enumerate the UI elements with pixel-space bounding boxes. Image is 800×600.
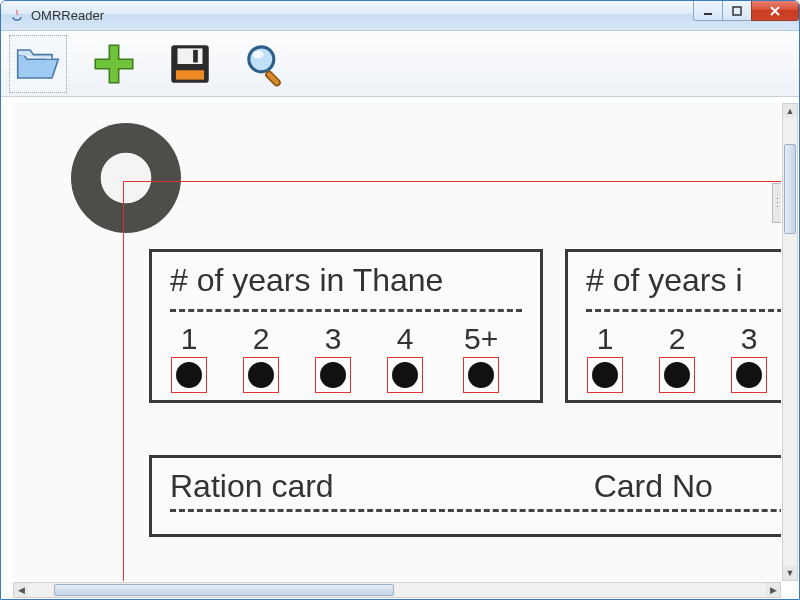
field-years-other: # of years i 1 2 3: [565, 249, 781, 403]
guide-line-vertical: [123, 181, 124, 581]
option-row: 1 2 3: [586, 322, 781, 388]
omr-bubble[interactable]: [664, 362, 690, 388]
close-button[interactable]: [751, 1, 799, 21]
svg-rect-0: [704, 13, 712, 15]
option-label: 2: [253, 322, 270, 356]
option-label: 4: [397, 322, 414, 356]
omr-bubble[interactable]: [320, 362, 346, 388]
guide-line-horizontal: [123, 181, 781, 182]
option-row: 1 2 3 4 5+: [170, 322, 522, 388]
window-buttons: [694, 1, 799, 21]
omr-bubble[interactable]: [736, 362, 762, 388]
field-header: # of years i: [586, 262, 781, 299]
field-label: Ration card: [170, 468, 334, 505]
svg-point-6: [249, 46, 274, 71]
maximize-button[interactable]: [722, 1, 752, 21]
add-button[interactable]: [85, 35, 143, 93]
magnifier-icon: [241, 39, 291, 89]
scroll-left-arrow-icon[interactable]: ◀: [14, 583, 28, 597]
field-label: Card No: [594, 468, 713, 505]
scroll-up-arrow-icon[interactable]: ▲: [783, 104, 797, 118]
svg-rect-5: [176, 70, 204, 79]
content-area: # of years in Thane 1 2 3 4 5+ # of year…: [1, 97, 799, 599]
split-handle[interactable]: [772, 183, 781, 223]
scroll-thumb[interactable]: [784, 144, 796, 234]
divider: [170, 509, 781, 512]
minimize-button[interactable]: [693, 1, 723, 21]
floppy-disk-icon: [165, 39, 215, 89]
zoom-button[interactable]: [237, 35, 295, 93]
toolbar: [1, 31, 799, 97]
option-label: 1: [181, 322, 198, 356]
omr-bubble[interactable]: [392, 362, 418, 388]
horizontal-scrollbar[interactable]: ◀ ▶: [13, 582, 781, 598]
omr-bubble[interactable]: [468, 362, 494, 388]
scroll-right-arrow-icon[interactable]: ▶: [766, 583, 780, 597]
svg-point-7: [253, 50, 264, 58]
scroll-thumb[interactable]: [54, 584, 394, 596]
option-label: 3: [741, 322, 758, 356]
svg-rect-3: [178, 48, 203, 64]
anchor-ring-icon: [71, 123, 181, 233]
divider: [170, 309, 522, 312]
omr-bubble[interactable]: [592, 362, 618, 388]
option-label: 5+: [464, 322, 498, 356]
field-header: # of years in Thane: [170, 262, 522, 299]
omr-bubble[interactable]: [176, 362, 202, 388]
window-title: OMRReader: [31, 8, 104, 23]
option-label: 2: [669, 322, 686, 356]
titlebar: OMRReader: [1, 1, 799, 31]
svg-rect-1: [733, 7, 741, 15]
omr-bubble[interactable]: [248, 362, 274, 388]
scanned-document: # of years in Thane 1 2 3 4 5+ # of year…: [13, 103, 781, 581]
open-button[interactable]: [9, 35, 67, 93]
scroll-down-arrow-icon[interactable]: ▼: [783, 566, 797, 580]
svg-rect-4: [193, 49, 198, 62]
document-viewport[interactable]: # of years in Thane 1 2 3 4 5+ # of year…: [13, 103, 781, 581]
plus-icon: [89, 39, 139, 89]
option-label: 1: [597, 322, 614, 356]
svg-rect-8: [265, 70, 282, 87]
field-ration-card: Ration card Card No: [149, 455, 781, 537]
folder-open-icon: [13, 39, 63, 89]
field-years-thane: # of years in Thane 1 2 3 4 5+: [149, 249, 543, 403]
java-icon: [9, 8, 25, 24]
divider: [586, 309, 781, 312]
save-button[interactable]: [161, 35, 219, 93]
option-label: 3: [325, 322, 342, 356]
app-window: OMRReader: [0, 0, 800, 600]
vertical-scrollbar[interactable]: ▲ ▼: [782, 103, 798, 581]
